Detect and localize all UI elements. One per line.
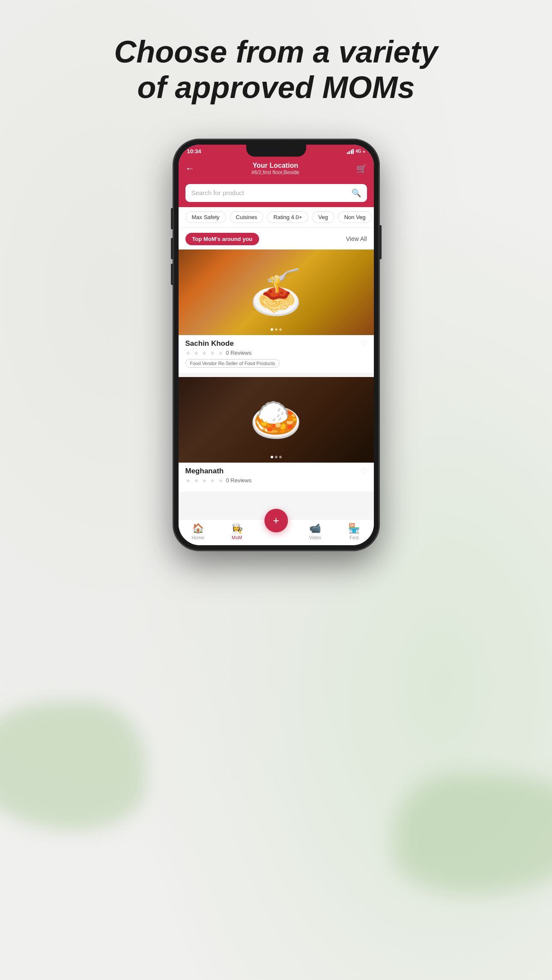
vendor-2-stars-row: ★ ★ ★ ★ ★ 0 Reviews xyxy=(185,477,367,484)
search-bar[interactable]: Search for product 🔍 xyxy=(185,184,367,202)
nav-video[interactable]: 📹 Video xyxy=(295,523,334,540)
vendor-card-2[interactable]: ♡ Meghanath ★ ★ ★ ★ ★ 0 Reviews xyxy=(179,377,374,492)
vendor-1-reviews: 0 Reviews xyxy=(226,350,252,356)
location-sub: #6/2,first floor,Beside xyxy=(195,169,356,175)
location-title: Your Location xyxy=(195,162,356,169)
search-container: Search for product 🔍 xyxy=(179,181,374,207)
status-time: 10:34 xyxy=(187,148,201,154)
star-1: ★ xyxy=(185,477,191,484)
notch xyxy=(246,145,306,157)
filter-chips: Max Safety Cuisines Rating 4.0+ Veg Non … xyxy=(179,207,374,228)
filter-rating[interactable]: Rating 4.0+ xyxy=(267,211,308,223)
status-icons: 4G ▪ xyxy=(347,148,365,155)
nav-fest[interactable]: 🏪 Fest xyxy=(334,523,373,540)
search-input[interactable]: Search for product xyxy=(191,189,352,196)
fest-label: Fest xyxy=(349,535,358,540)
dot-1 xyxy=(271,328,273,331)
vendor-2-info: ♡ Meghanath ★ ★ ★ ★ ★ 0 Reviews xyxy=(179,463,374,492)
star-4: ★ xyxy=(210,477,215,484)
filter-cuisines[interactable]: Cuisines xyxy=(230,211,264,223)
search-icon[interactable]: 🔍 xyxy=(352,188,361,198)
nav-home[interactable]: 🏠 Home xyxy=(179,523,218,540)
cart-button[interactable]: 🛒 xyxy=(356,163,367,174)
star-5: ★ xyxy=(218,350,224,356)
filter-veg[interactable]: Veg xyxy=(312,211,334,223)
phone-screen: 10:34 4G ▪ ← Your Location #6 xyxy=(179,145,374,545)
star-2: ★ xyxy=(194,350,199,356)
vendor-1-stars-row: ★ ★ ★ ★ ★ 0 Reviews xyxy=(185,350,367,356)
star-2: ★ xyxy=(194,477,199,484)
filter-max-safety[interactable]: Max Safety xyxy=(185,211,226,223)
vendor-1-image xyxy=(179,249,374,335)
battery-icon: ▪ xyxy=(363,148,365,155)
back-button[interactable]: ← xyxy=(185,163,195,174)
vendor-card-1[interactable]: ♡ Sachin Khode ★ ★ ★ ★ ★ 0 Reviews Food … xyxy=(179,249,374,373)
mom-label: MoM xyxy=(232,535,242,540)
dot-2 xyxy=(275,456,277,458)
section-header: Top MoM's around you View All xyxy=(179,228,374,249)
bottom-nav: 🏠 Home 👩‍🍳 MoM + 📹 Video 🏪 Fest xyxy=(179,519,374,545)
app-header: ← Your Location #6/2,first floor,Beside … xyxy=(179,157,374,181)
scroll-content: Top MoM's around you View All ♡ Sa xyxy=(179,228,374,519)
bg-blob-right xyxy=(394,775,552,894)
bg-blob-left xyxy=(0,702,146,830)
star-3: ★ xyxy=(202,350,207,356)
image-indicator-1 xyxy=(271,328,282,331)
vendor-2-name: Meghanath xyxy=(185,467,367,475)
vendor-1-info: ♡ Sachin Khode ★ ★ ★ ★ ★ 0 Reviews Food … xyxy=(179,335,374,373)
vendor-1-tag: Food Vendor Re-Seller of Food Products xyxy=(185,359,280,368)
video-icon: 📹 xyxy=(309,523,321,534)
vendor-2-image xyxy=(179,377,374,463)
headline-line2: of approved MOMs xyxy=(137,70,415,104)
dot-2 xyxy=(275,328,277,331)
vendor-2-heart[interactable]: ♡ xyxy=(361,467,368,476)
cart-icon: 🛒 xyxy=(356,164,367,173)
view-all-button[interactable]: View All xyxy=(346,235,367,242)
star-5: ★ xyxy=(218,477,224,484)
signal-icon xyxy=(347,149,354,154)
nav-mom[interactable]: 👩‍🍳 MoM xyxy=(218,523,257,540)
video-label: Video xyxy=(309,535,321,540)
section-tag: Top MoM's around you xyxy=(185,233,260,245)
star-1: ★ xyxy=(185,350,191,356)
filter-non-veg[interactable]: Non Veg xyxy=(338,211,372,223)
star-4: ★ xyxy=(210,350,215,356)
dot-3 xyxy=(279,328,282,331)
star-3: ★ xyxy=(202,477,207,484)
mom-icon: 👩‍🍳 xyxy=(231,523,243,534)
fab-button[interactable]: + xyxy=(264,509,288,532)
image-indicator-2 xyxy=(271,456,282,458)
dot-1 xyxy=(271,456,273,458)
dot-3 xyxy=(279,456,282,458)
phone-outer: 10:34 4G ▪ ← Your Location #6 xyxy=(173,140,379,550)
home-icon: 🏠 xyxy=(192,523,204,534)
vendor-2-reviews: 0 Reviews xyxy=(226,477,252,484)
headline: Choose from a variety of approved MOMs xyxy=(114,34,438,105)
phone-mockup: 10:34 4G ▪ ← Your Location #6 xyxy=(173,140,379,550)
home-label: Home xyxy=(191,535,204,540)
vendor-1-heart[interactable]: ♡ xyxy=(361,339,368,349)
headline-line1: Choose from a variety xyxy=(114,35,438,69)
fest-icon: 🏪 xyxy=(348,523,360,534)
vendor-1-name: Sachin Khode xyxy=(185,339,367,348)
network-type: 4G xyxy=(355,149,361,154)
location-info: Your Location #6/2,first floor,Beside xyxy=(195,162,356,175)
